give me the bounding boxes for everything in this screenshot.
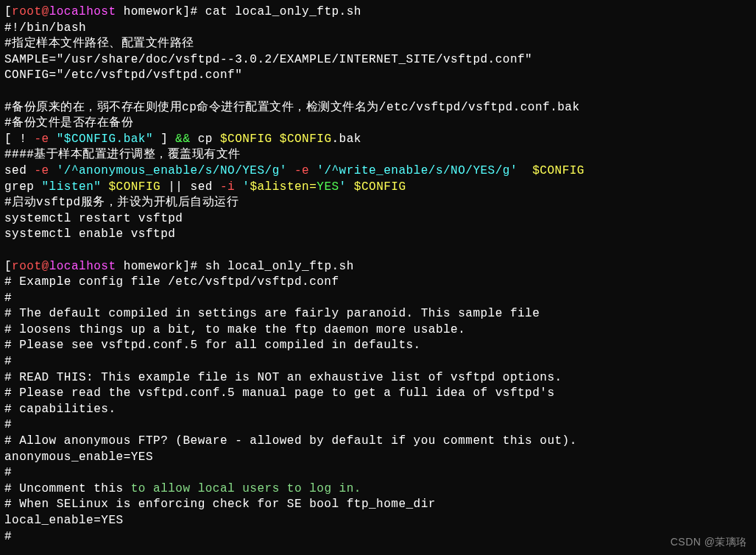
config-var: CONFIG="/etc/vsftpd/vsftpd.conf" xyxy=(4,68,242,82)
sed-line-1: sed -e '/^anonymous_enable/s/NO/YES/g' -… xyxy=(4,164,584,177)
output-line: # When SELinux is enforcing check for SE… xyxy=(4,498,436,511)
systemctl-line: systemctl restart vsftpd xyxy=(4,212,183,225)
terminal-output[interactable]: [root@localhost homework]# cat local_onl… xyxy=(4,4,752,545)
comment: #指定样本文件路径、配置文件路径 xyxy=(4,37,194,50)
output-line: # xyxy=(4,418,12,431)
output-line: # capabilities. xyxy=(4,403,116,416)
prompt-line-2: [root@localhost homework]# sh local_only… xyxy=(4,260,354,273)
comment: ####基于样本配置进行调整，覆盖现有文件 xyxy=(4,148,241,161)
comment: #备份文件是否存在备份 xyxy=(4,116,133,130)
output-line: # READ THIS: This example file is NOT an… xyxy=(4,371,562,384)
comment: #启动vsftpd服务，并设为开机后自动运行 xyxy=(4,196,239,209)
script-shebang: #!/bin/bash xyxy=(4,21,86,35)
output-line: anonymous_enable=YES xyxy=(4,450,153,464)
grep-line: grep "listen" $CONFIG || sed -i '$aliste… xyxy=(4,180,406,194)
watermark: CSDN @茉璃珞 xyxy=(671,535,747,549)
output-line: # xyxy=(4,466,12,479)
prompt-line-1: [root@localhost homework]# cat local_onl… xyxy=(4,5,361,18)
output-line: # xyxy=(4,291,12,305)
output-line: local_enable=YES xyxy=(4,514,124,527)
output-line: # xyxy=(4,355,12,368)
output-line: # xyxy=(4,530,12,543)
output-line: # Please read the vsftpd.conf.5 manual p… xyxy=(4,386,555,400)
output-line: # loosens things up a bit, to make the f… xyxy=(4,323,465,336)
test-line: [ ! -e "$CONFIG.bak" ] && cp $CONFIG $CO… xyxy=(4,132,361,146)
output-line: # Uncomment this to allow local users to… xyxy=(4,482,361,495)
systemctl-line: systemctl enable vsftpd xyxy=(4,227,175,241)
output-line: # Allow anonymous FTP? (Beware - allowed… xyxy=(4,434,577,448)
output-line: # Example config file /etc/vsftpd/vsftpd… xyxy=(4,275,339,289)
comment: #备份原来的在，弱不存在则使用cp命令进行配置文件，检测文件名为/etc/vsf… xyxy=(4,101,580,114)
output-line: # Please see vsftpd.conf.5 for all compi… xyxy=(4,339,421,352)
output-line: # The default compiled in settings are f… xyxy=(4,307,540,320)
sample-var: SAMPLE="/usr/share/doc/vsftpd--3.0.2/EXA… xyxy=(4,53,532,66)
